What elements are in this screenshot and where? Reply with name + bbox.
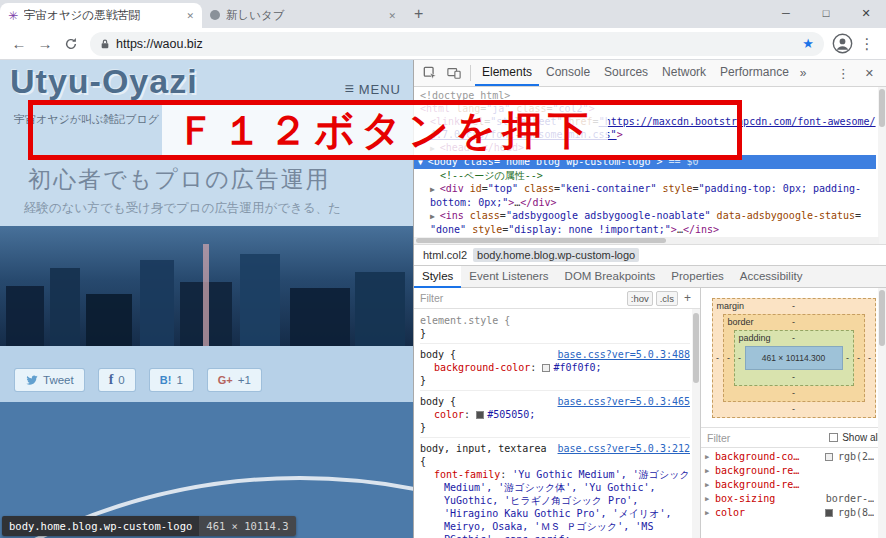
style-rules-list: element.style {}base.css?ver=5.0.3:488bo… (414, 309, 700, 538)
new-style-rule-button[interactable]: + (681, 292, 694, 305)
border-label: border (728, 315, 754, 330)
tab-title: 新しいタブ (226, 8, 382, 23)
margin-label: margin (717, 299, 745, 314)
tab-styles[interactable]: Styles (414, 266, 461, 288)
class-toggle[interactable]: .cls (656, 291, 678, 306)
devtools-tab-performance[interactable]: Performance (713, 60, 796, 86)
breadcrumb: html.col2 body.home.blog.wp-custom-logo (414, 244, 886, 265)
expand-arrow-icon[interactable]: ▶ (705, 450, 715, 464)
hero-heading: 初心者でもプロの広告運用 (28, 164, 331, 195)
elements-vertical-scrollbar[interactable] (878, 87, 886, 244)
tab-properties[interactable]: Properties (663, 266, 731, 288)
url-text[interactable]: https://waou.biz (116, 37, 802, 51)
box-model-border[interactable]: border- - padding- - 461 × 10114.300 - (723, 314, 865, 402)
css-rule: base.css?ver=5.0.3:488body {background-c… (420, 346, 690, 391)
padding-label: padding (739, 331, 771, 346)
computed-property-row[interactable]: ▶colorrgb(8… (705, 506, 874, 520)
css-declaration[interactable]: background-color: #f0f0f0; (420, 361, 690, 374)
reload-button[interactable] (58, 31, 84, 57)
css-rule: element.style {} (420, 312, 690, 344)
forward-button[interactable]: → (32, 31, 58, 57)
stylesheet-link[interactable]: base.css?ver=5.0.3:488 (558, 348, 690, 361)
box-model-padding[interactable]: padding- - 461 × 10114.300 - - (734, 330, 854, 386)
inspect-element-icon[interactable] (418, 63, 442, 83)
devtools-tab-console[interactable]: Console (539, 60, 597, 86)
minimize-button[interactable]: ─ (766, 0, 806, 26)
color-swatch[interactable] (542, 364, 550, 372)
tab-event-listeners[interactable]: Event Listeners (461, 266, 556, 288)
hamburger-icon: ≡ (344, 80, 354, 98)
more-tabs-icon[interactable]: » (796, 66, 811, 80)
devtools-tab-network[interactable]: Network (655, 60, 713, 86)
browser-tab-newtab[interactable]: 新しいタブ ✕ (202, 3, 404, 28)
styles-filter-input[interactable]: Filter (420, 292, 624, 304)
computed-property-row[interactable]: ▶background-co…rgb(2… (705, 450, 874, 464)
google-plus-icon: G+ (218, 374, 233, 386)
tweet-button[interactable]: Tweet (14, 368, 85, 392)
breadcrumb-html[interactable]: html.col2 (419, 248, 471, 262)
box-model-margin[interactable]: margin- - border- - padding- (712, 298, 876, 418)
show-all-checkbox[interactable] (829, 433, 838, 442)
elements-horizontal-scrollbar[interactable] (414, 237, 879, 244)
dom-tree-row[interactable]: <!--ページの属性--> (414, 169, 876, 182)
expand-arrow-icon[interactable]: ▶ (705, 478, 715, 492)
box-model-content[interactable]: 461 × 10114.300 (745, 346, 843, 370)
styles-scrollbar[interactable] (692, 309, 700, 538)
devtools-close-icon[interactable]: ✕ (857, 67, 882, 80)
box-model-diagram: margin- - border- - padding- (701, 288, 886, 428)
tweet-label: Tweet (43, 374, 74, 386)
inspect-tooltip-size: 461 × 10114.3 (199, 516, 295, 536)
devtools-tab-elements[interactable]: Elements (475, 60, 539, 86)
close-button[interactable]: ✕ (846, 0, 886, 26)
hatena-share-button[interactable]: B! 1 (149, 368, 194, 392)
toolbar-divider (470, 65, 471, 81)
profile-avatar-icon[interactable] (830, 32, 854, 56)
devtools-tab-sources[interactable]: Sources (597, 60, 655, 86)
tab-close-icon[interactable]: ✕ (388, 11, 396, 21)
computed-property-row[interactable]: ▶box-sizingborder-… (705, 492, 874, 506)
color-swatch[interactable] (476, 411, 484, 419)
dom-tree-row[interactable]: ▶ <ins class="adsbygoogle adsbygoogle-no… (414, 209, 876, 223)
css-declaration[interactable]: color: #505050; (420, 408, 690, 421)
expand-arrow-icon[interactable]: ▶ (705, 464, 715, 478)
address-bar[interactable]: https://waou.biz ★ (90, 32, 824, 56)
browser-window: ✳ 宇宙オヤジの悪戦苦闘 ✕ 新しいタブ ✕ + ─ □ ✕ ← → https… (0, 0, 886, 538)
google-plus-button[interactable]: G+ +1 (207, 368, 262, 392)
expand-arrow-icon[interactable]: ▶ (705, 492, 715, 506)
browser-tab-active[interactable]: ✳ 宇宙オヤジの悪戦苦闘 ✕ (0, 3, 202, 28)
css-rule: base.css?ver=5.0.3:465body {color: #5050… (420, 393, 690, 438)
tab-accessibility[interactable]: Accessibility (732, 266, 811, 288)
back-button[interactable]: ← (6, 31, 32, 57)
tab-dom-breakpoints[interactable]: DOM Breakpoints (557, 266, 664, 288)
styles-pane: Filter :hov .cls + element.style {}base.… (414, 288, 701, 538)
tab-title: 宇宙オヤジの悪戦苦闘 (24, 8, 180, 23)
browser-menu-icon[interactable]: ⋮ (854, 31, 880, 57)
devtools-toolbar: Elements Console Sources Network Perform… (414, 60, 886, 87)
computed-scrollbar[interactable] (878, 288, 886, 538)
tab-close-icon[interactable]: ✕ (186, 11, 194, 21)
device-toolbar-icon[interactable] (442, 63, 466, 83)
new-tab-button[interactable]: + (414, 5, 423, 23)
dom-tree-row[interactable]: ▶ <div id="top" class="keni-container" s… (414, 182, 876, 196)
stylesheet-link[interactable]: base.css?ver=5.0.3:465 (558, 395, 690, 408)
dom-tree-row[interactable]: bottom: 0px;">…</div> (414, 196, 876, 209)
site-logo[interactable]: Utyu-Oyazi (10, 62, 198, 101)
dom-tree-row[interactable]: "done" style="display: none !important;"… (414, 223, 876, 236)
expand-arrow-icon[interactable]: ▶ (705, 506, 715, 520)
facebook-share-button[interactable]: f 0 (98, 368, 136, 392)
maximize-button[interactable]: □ (806, 0, 846, 26)
bookmark-star-icon[interactable]: ★ (802, 36, 814, 51)
styles-filter-bar: Filter :hov .cls + (414, 288, 700, 309)
pseudo-state-toggle[interactable]: :hov (627, 291, 653, 306)
stylesheet-link[interactable]: base.css?ver=5.0.3:212 (558, 442, 690, 455)
css-declaration[interactable]: font-family: 'Yu Gothic Medium', '游ゴシック … (420, 468, 690, 538)
devtools-menu-icon[interactable]: ⋮ (830, 66, 857, 81)
computed-filter-input[interactable]: Filter (707, 432, 829, 444)
facebook-count: 0 (118, 374, 124, 386)
computed-property-row[interactable]: ▶background-re… (705, 464, 874, 478)
favicon-default-icon (210, 10, 220, 22)
hatena-count: 1 (176, 374, 182, 386)
site-menu-button[interactable]: ≡ MENU (344, 80, 401, 98)
breadcrumb-body[interactable]: body.home.blog.wp-custom-logo (473, 248, 639, 262)
computed-property-row[interactable]: ▶background-re… (705, 478, 874, 492)
